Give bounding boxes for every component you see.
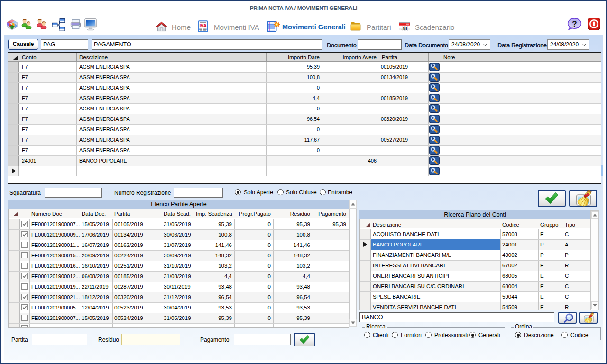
svg-text:31: 31 [401, 25, 408, 31]
svg-text:?: ? [572, 19, 577, 28]
svg-text:IVA: IVA [199, 23, 207, 28]
